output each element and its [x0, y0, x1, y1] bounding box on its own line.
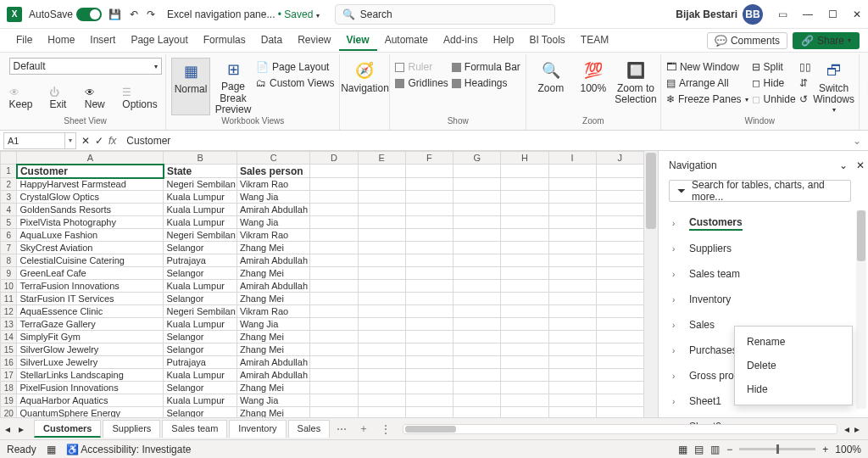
arrange-all-button[interactable]: ▤ Arrange All	[666, 77, 748, 89]
cell[interactable]: Negeri Sembilan	[164, 229, 236, 242]
cell[interactable]	[548, 242, 596, 254]
cell[interactable]	[453, 344, 501, 356]
menu-view[interactable]: View	[339, 31, 377, 51]
menu-add-ins[interactable]: Add-ins	[436, 31, 486, 51]
cell[interactable]	[405, 331, 453, 344]
nav-item-sales-team[interactable]: ›Sales team	[669, 261, 865, 287]
row-header[interactable]: 10	[1, 280, 17, 293]
cell[interactable]	[453, 318, 501, 331]
cell[interactable]	[501, 305, 548, 318]
worksheet-grid[interactable]: ABCDEFGHIJ1CustomerStateSales person2Hap…	[0, 151, 644, 417]
cell[interactable]	[596, 204, 643, 216]
cell[interactable]	[358, 331, 405, 344]
cell[interactable]	[453, 254, 501, 267]
vertical-scrollbar[interactable]	[644, 151, 658, 417]
cell[interactable]: Zhang Mei	[236, 267, 309, 280]
cell[interactable]	[596, 369, 643, 382]
cell[interactable]	[405, 305, 453, 318]
expand-formula-bar-icon[interactable]: ⌄	[846, 135, 868, 147]
row-header[interactable]: 18	[1, 382, 17, 394]
gridlines-checkbox[interactable]: Gridlines	[395, 77, 448, 89]
context-rename[interactable]: Rename	[735, 330, 852, 354]
row-header[interactable]: 15	[1, 344, 17, 356]
col-header-E[interactable]: E	[358, 152, 405, 165]
cell[interactable]	[501, 318, 548, 331]
cell[interactable]	[453, 331, 501, 344]
cell[interactable]	[358, 344, 405, 356]
col-header-F[interactable]: F	[405, 152, 453, 165]
cell[interactable]: SimplyFit Gym	[17, 331, 164, 344]
cell[interactable]: QuantumSphere Energy	[17, 407, 164, 418]
cell[interactable]	[501, 254, 548, 267]
row-header[interactable]: 17	[1, 369, 17, 382]
row-header[interactable]: 4	[1, 204, 17, 216]
cell[interactable]	[358, 293, 405, 305]
menu-team[interactable]: TEAM	[573, 31, 616, 51]
autosave-toggle[interactable]: AutoSave	[29, 8, 102, 21]
cell[interactable]	[310, 382, 358, 394]
cell[interactable]	[501, 382, 548, 394]
undo-icon[interactable]: ↶	[130, 8, 138, 20]
cell[interactable]: Kuala Lumpur	[164, 280, 236, 293]
cell[interactable]	[310, 394, 358, 407]
fx-icon[interactable]: fx	[108, 135, 116, 147]
cell[interactable]	[310, 267, 358, 280]
cell[interactable]	[453, 267, 501, 280]
cell[interactable]	[596, 331, 643, 344]
cell[interactable]	[501, 394, 548, 407]
nav-item-suppliers[interactable]: ›Suppliers	[669, 236, 865, 261]
cell[interactable]: AquaEssence Clinic	[17, 305, 164, 318]
nav-item-inventory[interactable]: ›Inventory	[669, 287, 865, 312]
cell[interactable]	[358, 229, 405, 242]
cell[interactable]	[501, 407, 548, 418]
cell[interactable]	[358, 191, 405, 204]
row-header[interactable]: 3	[1, 191, 17, 204]
cell[interactable]	[453, 382, 501, 394]
reset-window-button[interactable]: ↺	[799, 93, 811, 105]
cell[interactable]	[358, 216, 405, 229]
cell[interactable]	[453, 356, 501, 369]
cell[interactable]: Putrajaya	[164, 254, 236, 267]
cell[interactable]	[453, 293, 501, 305]
cell[interactable]	[501, 356, 548, 369]
tab-prev-icon[interactable]: ◂	[5, 423, 10, 435]
cell[interactable]	[453, 407, 501, 418]
cell[interactable]	[310, 318, 358, 331]
zoom-selection-button[interactable]: 🔲Zoom to Selection	[616, 58, 655, 115]
cell[interactable]	[405, 191, 453, 204]
cell[interactable]: Selangor	[164, 242, 236, 254]
row-header[interactable]: 12	[1, 305, 17, 318]
cell[interactable]	[405, 204, 453, 216]
cell[interactable]: HappyHarvest Farmstead	[17, 178, 164, 191]
cell[interactable]: SilverLuxe Jewelry	[17, 356, 164, 369]
cell[interactable]: AquaLuxe Fashion	[17, 229, 164, 242]
ribbon-options-icon[interactable]: ▭	[778, 8, 787, 20]
close-icon[interactable]: ✕	[853, 8, 861, 20]
cell[interactable]	[310, 356, 358, 369]
cell[interactable]	[405, 382, 453, 394]
cell[interactable]: Kuala Lumpur	[164, 394, 236, 407]
cell[interactable]	[501, 204, 548, 216]
cell[interactable]: CrystalGlow Optics	[17, 191, 164, 204]
menu-file[interactable]: File	[8, 31, 40, 51]
nav-options-icon[interactable]: ⌄	[839, 159, 848, 171]
cell[interactable]	[358, 318, 405, 331]
context-delete[interactable]: Delete	[735, 354, 852, 377]
col-header-I[interactable]: I	[548, 152, 596, 165]
cell[interactable]	[405, 356, 453, 369]
cell[interactable]	[501, 267, 548, 280]
headings-checkbox[interactable]: Headings	[452, 77, 520, 89]
cell[interactable]: Selangor	[164, 293, 236, 305]
cell[interactable]	[548, 305, 596, 318]
cell[interactable]	[358, 204, 405, 216]
cell[interactable]	[453, 394, 501, 407]
sheet-view-combo[interactable]: Default▾	[9, 58, 162, 75]
cell[interactable]	[453, 204, 501, 216]
save-icon[interactable]: 💾	[108, 8, 121, 20]
row-header[interactable]: 19	[1, 394, 17, 407]
cell[interactable]: Zhang Mei	[236, 407, 309, 418]
cell[interactable]: Wang Jia	[236, 216, 309, 229]
tabs-more-icon[interactable]: ⋯	[331, 423, 352, 435]
cell[interactable]: Kuala Lumpur	[164, 216, 236, 229]
cell[interactable]	[548, 178, 596, 191]
